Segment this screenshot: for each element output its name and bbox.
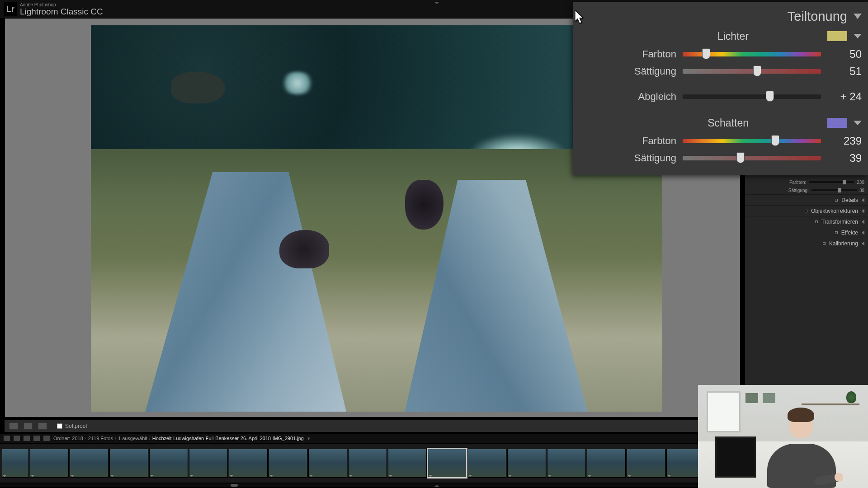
thumbnail[interactable] [269,449,307,478]
thumbnail[interactable] [348,449,387,478]
thumbnail[interactable] [627,449,665,478]
shadows-hue-value[interactable]: 239 [827,135,862,147]
collapse-header-icon[interactable] [434,2,439,4]
shadows-swatch[interactable] [827,118,847,128]
loupe-view-button[interactable] [9,422,18,430]
mini-saettigung-slider[interactable] [811,189,857,191]
webcam-overlay [698,385,868,488]
mini-saettigung-value: 39 [859,188,864,193]
highlights-sat-label: Sättigung [580,66,676,77]
photo-count: 2119 Fotos [88,436,113,441]
app-tagline: Adobe Photoshop [20,3,103,7]
section-calibration[interactable]: Kalibrierung [745,238,868,249]
balance-value[interactable]: + 24 [827,90,862,103]
thumbnail[interactable] [587,449,626,478]
thumbnail[interactable] [547,449,586,478]
shadows-heading: Schatten [708,117,749,129]
app-name: Lightroom Classic CC [20,7,103,16]
thumbnail-selected[interactable] [428,449,467,478]
thumbnail[interactable] [149,449,188,478]
primary-display-icon[interactable] [4,436,10,441]
highlights-heading: Lichter [717,30,749,42]
thumbnail[interactable] [666,449,699,478]
shadows-dropdown-icon[interactable] [854,121,862,125]
selected-count: 1 ausgewählt [118,436,147,441]
chevron-left-icon [862,198,864,202]
softproof-checkbox[interactable] [57,423,62,429]
shadows-hue-row: Farbton 239 [580,132,862,150]
section-details[interactable]: Details [745,194,868,205]
thumbnail[interactable] [189,449,228,478]
survey-view-button[interactable] [38,422,47,430]
back-icon[interactable] [33,436,40,441]
thumbnail[interactable] [467,449,506,478]
highlights-dropdown-icon[interactable] [854,34,862,38]
softproof-label: Softproof [65,423,87,429]
mouse-cursor-icon [575,10,585,24]
filmstrip[interactable] [0,444,699,483]
highlights-swatch[interactable] [827,31,847,41]
softproof-toggle[interactable]: Softproof [57,423,87,429]
folder-label: Ordner: [53,436,70,441]
filmstrip-scrollbar[interactable] [0,483,699,487]
secondary-display-icon[interactable] [14,436,20,441]
view-toolbar: Softproof [5,420,699,432]
folder-year: 2018 [72,436,83,441]
shadows-hue-label: Farbton [580,135,676,147]
chevron-left-icon [862,220,864,224]
highlights-hue-row: Farbton 50 [580,46,862,63]
split-toning-panel: Teiltonung Lichter Farbton 50 Sättigung … [573,2,868,175]
balance-slider[interactable] [683,94,821,99]
thumbnail[interactable] [109,449,148,478]
mini-farbton-label: Farbton: [789,180,806,185]
compare-view-button[interactable] [24,422,33,430]
highlights-sat-row: Sättigung 51 [580,63,862,80]
shadows-hue-slider[interactable] [683,139,821,143]
mini-saettigung-row[interactable]: Sättigung: 39 [745,186,868,194]
highlights-sat-value[interactable]: 51 [827,65,862,78]
thumbnail[interactable] [388,449,427,478]
balance-row: Abgleich + 24 [580,88,862,105]
grid-icon[interactable] [24,436,30,441]
filmstrip-info-bar: Ordner: 2018 · 2119 Fotos / 1 ausgewählt… [0,434,699,443]
mini-farbton-slider[interactable] [809,181,854,183]
thumbnail[interactable] [2,449,29,478]
panel-collapse-icon[interactable] [854,14,862,19]
chevron-left-icon [862,241,864,246]
highlights-hue-value[interactable]: 50 [827,48,862,61]
section-lens[interactable]: Objektivkorrekturen [745,205,868,216]
mini-farbton-row[interactable]: Farbton: 239 [745,178,868,186]
thumbnail[interactable] [30,449,69,478]
thumbnail[interactable] [70,449,108,478]
highlights-hue-slider[interactable] [683,52,821,56]
thumbnail[interactable] [229,449,268,478]
shadows-sat-row: Sättigung 39 [580,150,862,167]
highlights-hue-label: Farbton [580,48,676,60]
section-transform[interactable]: Transformieren [745,216,868,227]
mini-saettigung-label: Sättigung: [788,188,809,193]
thumbnail[interactable] [507,449,546,478]
section-effects[interactable]: Effekte [745,227,868,238]
chevron-left-icon [862,230,864,235]
forward-icon[interactable] [43,436,50,441]
expand-filmstrip-icon[interactable] [434,485,439,487]
shadows-sat-label: Sättigung [580,152,676,164]
thumbnail[interactable] [308,449,347,478]
chevron-left-icon [862,209,864,213]
current-filename: Hochzeit-Ludwigshafen-Full-Benkesser-26.… [152,436,304,441]
lightroom-logo: Lr [4,2,17,16]
highlights-sat-slider[interactable] [683,69,821,74]
panel-title: Teiltonung [788,9,847,24]
shadows-sat-slider[interactable] [683,156,821,160]
balance-label: Abgleich [580,91,676,103]
mini-farbton-value: 239 [857,180,864,185]
shadows-sat-value[interactable]: 39 [827,152,862,164]
